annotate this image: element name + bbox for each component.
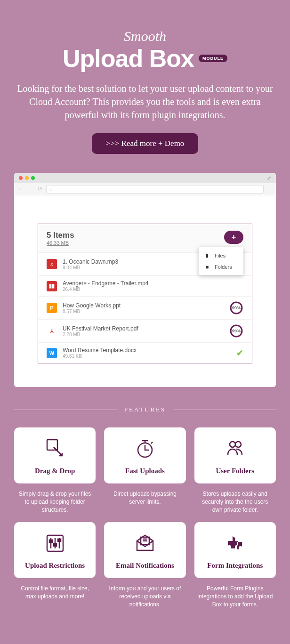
feature-title: Email Notifications: [116, 562, 174, 570]
file-row: ▮▮Avengers - Endgame - Trailer.mp426.4 M…: [38, 275, 252, 296]
file-info: UK Festival Market Report.pdf2.28 MB: [63, 325, 224, 337]
title-row: Upload Box MODULE: [14, 44, 276, 72]
progress-ring: 99%: [229, 324, 243, 338]
expand-icon: ⤢: [267, 175, 271, 181]
file-info: Avengers - Endgame - Trailer.mp426.4 MB: [63, 280, 243, 292]
feature-desc: Control file format, file size, max uplo…: [14, 585, 96, 601]
feature-icon: [44, 532, 66, 556]
feature-title: User Folders: [216, 467, 254, 475]
feature-card: User Folders: [194, 427, 276, 483]
feature-icon: [134, 532, 156, 556]
upload-panel: 5 Items 46.33 MB + ▮ Files ■ Folders ♫1.…: [38, 224, 252, 363]
feature-card: Fast Uploads: [104, 427, 185, 483]
features-label: FEATURES: [124, 406, 166, 413]
feature-cell: Fast UploadsDirect uploads bypassing ser…: [104, 427, 185, 514]
file-name: How Google Works.ppt: [63, 302, 224, 309]
reload-icon: ⟳: [38, 185, 42, 193]
file-size: 49.61 KB: [63, 354, 231, 359]
divider-line: [173, 410, 276, 410]
upload-header: 5 Items 46.33 MB + ▮ Files ■ Folders: [38, 224, 252, 252]
upload-summary: 5 Items 46.33 MB: [47, 231, 74, 246]
browser-mockup: ⤢ ← → ⟳ ⌕ ≡ 5 Items 46.33 MB + ▮ Files: [14, 173, 276, 387]
minimize-icon: [25, 176, 29, 180]
svg-rect-12: [54, 544, 56, 546]
module-badge: MODULE: [199, 55, 227, 62]
feature-desc: Simply drag & drop your files to upload …: [14, 490, 96, 514]
back-icon: ←: [19, 185, 24, 193]
file-size: 26.4 MB: [63, 287, 243, 292]
feature-card: Email Notifications: [104, 522, 185, 578]
dropdown-files[interactable]: ▮ Files: [199, 250, 243, 261]
feature-icon: [134, 438, 156, 461]
divider-line: [14, 410, 117, 410]
svg-point-8: [230, 442, 235, 447]
feature-cell: Upload RestrictionsControl file format, …: [14, 522, 96, 608]
file-info: How Google Works.ppt8.57 MB: [63, 302, 224, 314]
pdf-file-icon: ⅄: [47, 326, 57, 336]
close-icon: [19, 176, 23, 180]
page-title: Upload Box: [63, 44, 194, 72]
feature-card: Drag & Drop: [14, 427, 96, 483]
maximize-icon: [31, 176, 35, 180]
feature-title: Drag & Drop: [35, 467, 75, 475]
svg-point-9: [235, 442, 241, 447]
dropdown-files-label: Files: [215, 253, 226, 258]
file-icon: ▮: [204, 252, 210, 258]
browser-body: 5 Items 46.33 MB + ▮ Files ■ Folders ♫1.…: [14, 195, 276, 387]
feature-icon: [224, 438, 246, 461]
search-icon: ⌕: [49, 186, 52, 192]
items-count: 5 Items: [47, 231, 74, 240]
progress-text: 99%: [232, 306, 241, 310]
svg-rect-6: [47, 440, 57, 450]
dropdown-folders[interactable]: ■ Folders: [199, 261, 243, 273]
browser-toolbar: ← → ⟳ ⌕ ≡: [14, 183, 276, 195]
feature-title: Form Integrations: [207, 562, 263, 570]
feature-cell: Email NotificationsInform you and your u…: [104, 522, 185, 608]
feature-icon: [44, 438, 66, 461]
file-row: ⅄UK Festival Market Report.pdf2.28 MB99%: [38, 319, 252, 342]
items-total-size: 46.33 MB: [47, 240, 74, 246]
address-bar: ⌕: [46, 185, 264, 193]
file-row: WWord Resume Template.docx49.61 KB✔: [38, 342, 252, 363]
file-name: UK Festival Market Report.pdf: [63, 325, 224, 332]
browser-titlebar: ⤢: [14, 173, 276, 183]
progress-ring: 99%: [229, 301, 243, 315]
features-grid: Drag & DropSimply drag & drop your files…: [14, 427, 276, 609]
menu-icon: ≡: [267, 185, 271, 193]
feature-card: Upload Restrictions: [14, 522, 96, 578]
feature-cell: Drag & DropSimply drag & drop your files…: [14, 427, 96, 514]
cta-row: >>> Read more + Demo: [14, 133, 276, 154]
svg-rect-11: [49, 540, 52, 542]
feature-desc: Inform you and your users of received up…: [104, 585, 185, 608]
svg-rect-13: [58, 539, 61, 541]
dropdown-folders-label: Folders: [215, 264, 232, 270]
file-name: Avengers - Endgame - Trailer.mp4: [63, 280, 243, 287]
check-icon: ✔: [236, 348, 243, 358]
subtitle: Smooth: [14, 28, 276, 44]
feature-title: Upload Restrictions: [25, 562, 85, 570]
file-info: Word Resume Template.docx49.61 KB: [63, 347, 231, 359]
file-size: 2.28 MB: [63, 332, 224, 337]
video-file-icon: ▮▮: [47, 281, 57, 291]
folder-icon: ■: [204, 264, 210, 270]
feature-desc: Powerful Form Plugins integrations to ad…: [194, 585, 276, 608]
audio-file-icon: ♫: [47, 259, 57, 269]
add-dropdown: ▮ Files ■ Folders: [199, 247, 243, 275]
file-row: PHow Google Works.ppt8.57 MB99%: [38, 296, 252, 319]
file-name: Word Resume Template.docx: [63, 347, 231, 354]
feature-card: Form Integrations: [194, 522, 276, 578]
feature-cell: Form IntegrationsPowerful Form Plugins i…: [194, 522, 276, 608]
description: Looking for the best solution to let you…: [14, 82, 276, 121]
feature-title: Fast Uploads: [125, 467, 165, 475]
feature-desc: Direct uploads bypassing server limits.: [104, 490, 185, 506]
doc-file-icon: W: [47, 348, 57, 358]
feature-cell: User FoldersStores uploads easily and se…: [194, 427, 276, 514]
add-button[interactable]: +: [224, 231, 243, 244]
feature-desc: Stores uploads easily and securely into …: [194, 490, 276, 514]
progress-text: 99%: [232, 329, 241, 333]
page-header: Smooth Upload Box MODULE: [14, 28, 276, 72]
read-more-button[interactable]: >>> Read more + Demo: [92, 133, 199, 154]
features-divider: FEATURES: [14, 406, 276, 413]
feature-icon: [224, 532, 246, 556]
file-size: 8.57 MB: [63, 309, 224, 314]
